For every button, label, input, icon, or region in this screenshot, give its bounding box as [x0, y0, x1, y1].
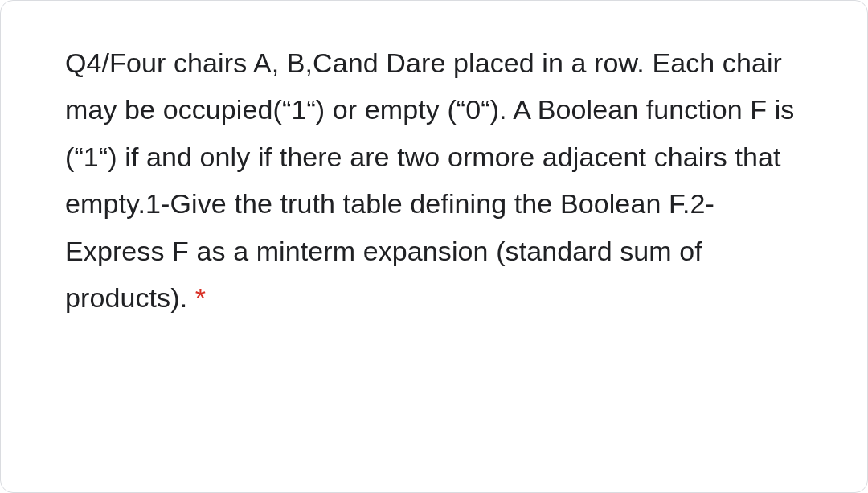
question-text-container: Q4/Four chairs A, B,Cand Dare placed in …: [65, 39, 803, 322]
question-body: Q4/Four chairs A, B,Cand Dare placed in …: [65, 47, 794, 313]
form-question-card: Q4/Four chairs A, B,Cand Dare placed in …: [0, 0, 868, 493]
required-asterisk: *: [195, 282, 206, 313]
